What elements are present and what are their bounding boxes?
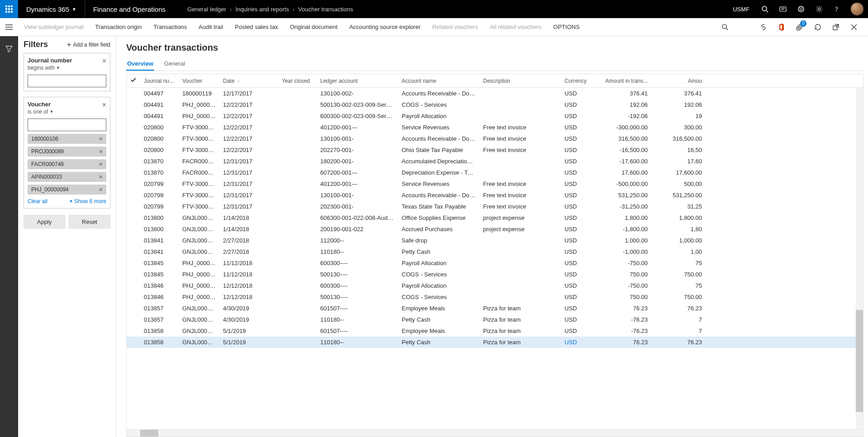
clear-all-link[interactable]: Clear all <box>28 198 47 204</box>
breadcrumb-item[interactable]: Inquiries and reports <box>235 6 289 13</box>
close-icon[interactable]: × <box>102 101 106 109</box>
table-row[interactable]: 013800GNJL0007881/14/2018200190-001-022A… <box>127 223 863 235</box>
apply-button[interactable]: Apply <box>24 215 65 228</box>
column-header-journal[interactable]: Journal number <box>140 78 179 84</box>
table-row[interactable]: 013845PHJ_0000018111/12/2018500130----CO… <box>127 269 863 280</box>
table-row[interactable]: 013845PHJ_0000018111/12/2018600300----Pa… <box>127 257 863 269</box>
column-header-description[interactable]: Description <box>479 78 561 84</box>
table-row[interactable]: 020800FTV-3000001412/22/2017202270-001-O… <box>127 144 863 156</box>
cell-journal: 013800 <box>140 214 179 221</box>
table-row[interactable]: 013841GNJL0007892/27/2018110180--Petty C… <box>127 246 863 257</box>
office-icon[interactable] <box>774 19 789 35</box>
filter-journal-input[interactable] <box>28 75 106 87</box>
action-audit-trail[interactable]: Audit trail <box>193 18 229 36</box>
table-row[interactable]: 013846PHJ_0000018312/12/2018600300----Pa… <box>127 280 863 291</box>
filter-operator[interactable]: is one of ▼ <box>28 109 106 115</box>
table-row[interactable]: 020800FTV-3000001412/22/2017130100-001-A… <box>127 133 863 144</box>
cell-amount: 1,80 <box>651 226 706 233</box>
cell-journal: 013858 <box>140 328 179 334</box>
cell-amount: 750.00 <box>651 294 706 300</box>
cell-voucher: 180000119 <box>179 90 219 97</box>
cell-date: 12/31/2017 <box>219 180 278 187</box>
cell-date: 5/1/2019 <box>219 339 278 346</box>
action-posted-sales-tax[interactable]: Posted sales tax <box>229 18 284 36</box>
breadcrumb-item[interactable]: Voucher transactions <box>298 6 353 13</box>
table-row[interactable]: 013857GNJL0007904/30/2019110180--Petty C… <box>127 314 863 325</box>
filter-funnel-icon[interactable] <box>0 41 18 57</box>
column-header-voucher[interactable]: Voucher <box>179 78 219 84</box>
action-accounting-source-explorer[interactable]: Accounting source explorer <box>343 18 427 36</box>
table-row[interactable]: 013858GNJL0007925/1/2019110180--Petty Ca… <box>127 337 863 348</box>
remove-token-icon[interactable]: × <box>99 135 103 142</box>
attachments-icon[interactable]: 0 <box>792 19 807 35</box>
filter-voucher-input[interactable] <box>28 119 106 131</box>
refresh-icon[interactable] <box>810 19 825 35</box>
nav-hamburger-icon[interactable] <box>0 18 18 36</box>
close-icon[interactable]: × <box>102 57 106 65</box>
table-row[interactable]: 013846PHJ_0000018312/12/2018500130----CO… <box>127 291 863 303</box>
action-original-document[interactable]: Original document <box>284 18 344 36</box>
search-icon[interactable] <box>756 0 774 18</box>
select-all-checkbox[interactable] <box>127 77 140 84</box>
app-launcher-icon[interactable] <box>0 0 18 18</box>
table-row[interactable]: 020800FTV-3000001412/22/2017401200-001--… <box>127 122 863 133</box>
table-row[interactable]: 00449718000011912/17/2017130100-002-Acco… <box>127 88 863 99</box>
product-switcher[interactable]: Dynamics 365 ▼ <box>18 0 85 18</box>
column-header-amount-trans[interactable]: Amount in trans... <box>597 78 651 84</box>
close-icon[interactable] <box>846 19 862 35</box>
link-icon[interactable] <box>756 19 771 35</box>
reset-button[interactable]: Reset <box>69 215 110 228</box>
task-recorder-icon[interactable] <box>774 0 792 18</box>
table-row[interactable]: 013841GNJL0007892/27/2018112000--Safe dr… <box>127 235 863 246</box>
vertical-scrollbar[interactable] <box>856 88 863 429</box>
company-code[interactable]: USMF <box>726 6 756 13</box>
table-row[interactable]: 013858GNJL0007925/1/2019601507----Employ… <box>127 325 863 337</box>
table-row[interactable]: 013870FACR00075012/31/2017607200-001---D… <box>127 167 863 178</box>
column-header-currency[interactable]: Currency <box>561 78 597 84</box>
table-row[interactable]: 020799FTV-3000001312/31/2017130100-001-A… <box>127 190 863 201</box>
tab-general[interactable]: General <box>163 57 186 71</box>
cell-amount-trans: 1,800.00 <box>597 214 651 221</box>
table-row[interactable]: 020799FTV-3000001312/31/2017202300-001-T… <box>127 201 863 212</box>
table-row[interactable]: 013857GNJL0007904/30/2019601507----Emplo… <box>127 303 863 314</box>
cell-currency: USD <box>561 294 597 300</box>
grid-body[interactable]: 00449718000011912/17/2017130100-002-Acco… <box>127 88 863 429</box>
remove-token-icon[interactable]: × <box>99 186 103 193</box>
column-header-ledger[interactable]: Ledger account <box>317 78 398 84</box>
table-row[interactable]: 004491PHJ_0000012012/22/2017600300-002-0… <box>127 110 863 122</box>
settings-gear-icon[interactable] <box>810 0 828 18</box>
cell-amount-trans: 531,250.00 <box>597 192 651 199</box>
popout-icon[interactable] <box>828 19 844 35</box>
help-icon[interactable]: ? <box>828 0 846 18</box>
show-more-link[interactable]: ▼ Show 6 more <box>69 198 106 204</box>
cell-description: Free text invoice <box>479 135 561 142</box>
action-transactions[interactable]: Transactions <box>147 18 193 36</box>
cell-date: 12/12/2018 <box>219 282 278 289</box>
column-header-year[interactable]: Year closed <box>278 78 317 84</box>
tab-overview[interactable]: Overview <box>126 57 154 71</box>
remove-token-icon[interactable]: × <box>99 148 103 155</box>
search-icon[interactable] <box>717 19 732 35</box>
table-row[interactable]: 013800GNJL0007881/14/2018606300-001-022-… <box>127 212 863 223</box>
action-transaction-origin[interactable]: Transaction origin <box>89 18 147 36</box>
column-header-amount[interactable]: Amou <box>651 78 706 84</box>
remove-token-icon[interactable]: × <box>99 173 103 180</box>
cell-account: Safe drop <box>398 237 479 244</box>
column-header-account[interactable]: Account name <box>398 78 479 84</box>
filter-operator[interactable]: begins with ▼ <box>28 65 106 71</box>
table-row[interactable]: 020799FTV-3000001312/31/2017401200-001--… <box>127 178 863 190</box>
user-avatar[interactable] <box>851 3 863 15</box>
cell-amount: 17,60 <box>651 158 706 165</box>
cell-journal: 013858 <box>140 339 179 346</box>
column-header-date[interactable]: Date ↑ <box>219 78 278 84</box>
add-filter-button[interactable]: + Add a filter field <box>67 41 110 49</box>
feedback-icon[interactable] <box>792 0 810 18</box>
action-options[interactable]: OPTIONS <box>547 18 586 36</box>
svg-line-10 <box>766 10 768 12</box>
table-row[interactable]: 013870FACR00075012/31/2017180200-001-Acc… <box>127 156 863 167</box>
horizontal-scrollbar[interactable] <box>127 429 863 437</box>
top-right: USMF ? <box>726 0 868 18</box>
table-row[interactable]: 004491PHJ_0000012012/22/2017500130-002-0… <box>127 99 863 110</box>
breadcrumb-item[interactable]: General ledger <box>187 6 226 13</box>
remove-token-icon[interactable]: × <box>99 161 103 168</box>
